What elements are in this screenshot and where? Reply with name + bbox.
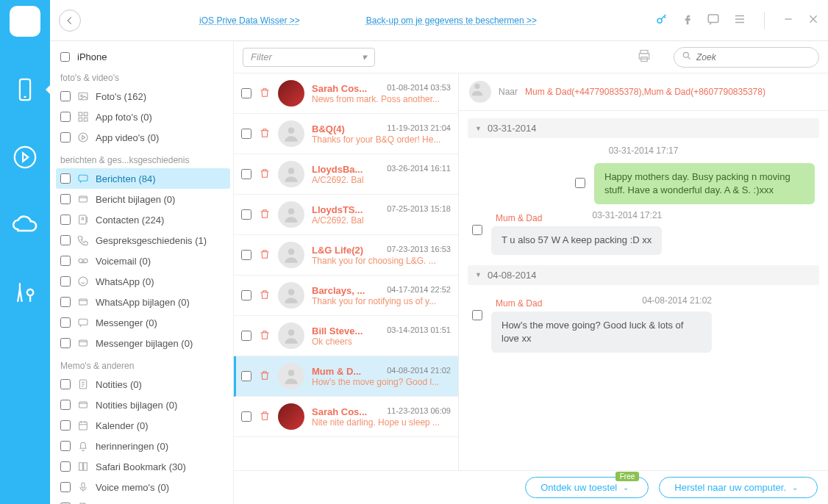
top-link-backup[interactable]: Back-up om je gegevens te beschermen >> xyxy=(366,15,537,26)
note-icon xyxy=(76,378,90,391)
tree-item-label: App foto's (0) xyxy=(96,112,152,123)
thread-checkbox[interactable] xyxy=(241,411,251,422)
key-icon[interactable] xyxy=(655,12,668,28)
back-button[interactable] xyxy=(59,10,81,32)
filter-dropdown[interactable]: Filter ▾ xyxy=(243,48,375,67)
tree-checkbox[interactable] xyxy=(60,132,71,143)
device-checkbox[interactable] xyxy=(60,52,70,62)
close-icon[interactable] xyxy=(807,13,819,27)
tree-item-contacts[interactable]: Contacten (224) xyxy=(56,209,230,230)
tree-checkbox[interactable] xyxy=(60,461,71,472)
thread-item[interactable]: Mum & D... 04-08-2014 21:02 How's the mo… xyxy=(234,356,458,397)
tree-item-safari[interactable]: Safari Bookmark (30) xyxy=(56,456,230,477)
thread-checkbox[interactable] xyxy=(241,209,251,220)
tree-item-messengerAtt[interactable]: Messenger bijlagen (0) xyxy=(56,333,230,353)
message-row: Mum & Dad 04-08-2014 21:02 How's the mov… xyxy=(459,292,828,356)
thread-item[interactable]: LloydsTS... 07-25-2013 15:18 A/C2692. Ba… xyxy=(234,195,458,235)
tree-item-notesAtt[interactable]: Notities bijlagen (0) xyxy=(56,395,230,415)
restore-to-computer-button[interactable]: Herstel naar uw computer. ⌄ xyxy=(659,477,818,498)
thread-checkbox[interactable] xyxy=(241,169,251,179)
tree-checkbox[interactable] xyxy=(60,441,71,451)
thread-item[interactable]: B&Q(4) 11-19-2013 21:04 Thanks for your … xyxy=(234,114,458,154)
tree-item-appVideos[interactable]: App video's (0) xyxy=(56,127,230,148)
trash-icon[interactable] xyxy=(259,410,271,424)
tree-checkbox[interactable] xyxy=(60,420,71,431)
date-divider[interactable]: 04-08-2014 xyxy=(468,265,819,285)
trash-icon[interactable] xyxy=(259,289,271,303)
tree-item-whatsapp[interactable]: WhatsApp (0) xyxy=(56,271,230,292)
tree-checkbox[interactable] xyxy=(60,91,71,101)
thread-checkbox[interactable] xyxy=(241,250,251,260)
tree-checkbox[interactable] xyxy=(60,215,71,225)
tree-checkbox[interactable] xyxy=(60,112,71,122)
search-box[interactable] xyxy=(674,47,819,68)
thread-item[interactable]: Barclays, ... 04-17-2014 22:52 Thank you… xyxy=(234,276,458,316)
tree-checkbox[interactable] xyxy=(60,400,71,410)
thread-checkbox[interactable] xyxy=(241,290,251,300)
tree-item-appPhotos[interactable]: App foto's (0) xyxy=(56,107,230,127)
thread-checkbox[interactable] xyxy=(241,331,251,341)
thread-item[interactable]: Sarah Cos... 01-08-2014 03:53 News from … xyxy=(234,73,458,114)
feedback-icon[interactable] xyxy=(707,12,720,28)
tree-item-msgAtt[interactable]: Bericht bijlagen (0) xyxy=(56,189,230,209)
tree-item-messages[interactable]: Berichten (84) xyxy=(56,168,230,189)
thread-checkbox[interactable] xyxy=(241,129,251,139)
trash-icon[interactable] xyxy=(259,370,271,384)
thread-item[interactable]: Sarah Cos... 11-23-2013 06:09 Nite nite … xyxy=(234,397,458,437)
trash-icon[interactable] xyxy=(259,329,271,343)
top-link-eraser[interactable]: iOS Prive Data Wisser >> xyxy=(199,15,300,26)
minimize-icon[interactable] xyxy=(782,13,794,27)
thread-item[interactable]: L&G Life(2) 07-23-2013 16:53 Thank you f… xyxy=(234,235,458,276)
print-icon[interactable] xyxy=(637,48,652,65)
trash-icon[interactable] xyxy=(259,168,271,181)
tree-checkbox[interactable] xyxy=(60,235,71,245)
trash-icon[interactable] xyxy=(259,87,271,101)
facebook-icon[interactable] xyxy=(682,13,693,27)
device-header[interactable]: iPhone xyxy=(56,48,230,65)
tree-checkbox[interactable] xyxy=(60,297,71,307)
device-name-label: iPhone xyxy=(77,51,107,62)
tree-checkbox[interactable] xyxy=(60,194,71,204)
search-input[interactable] xyxy=(696,52,811,62)
tree-checkbox[interactable] xyxy=(60,173,71,184)
tree-item-notes[interactable]: Notities (0) xyxy=(56,374,230,395)
message-checkbox[interactable] xyxy=(472,225,482,235)
tree-item-voicemail[interactable]: Voicemail (0) xyxy=(56,251,230,271)
tree-item-reminders[interactable]: herinneringen (0) xyxy=(56,436,230,456)
grid-icon xyxy=(76,110,90,123)
tree-item-whatsappAtt[interactable]: WhatsApp bijlagen (0) xyxy=(56,292,230,312)
music-tab-icon[interactable] xyxy=(10,143,40,172)
tree-item-calendar[interactable]: Kalender (0) xyxy=(56,415,230,436)
tree-checkbox[interactable] xyxy=(60,317,71,328)
tree-checkbox[interactable] xyxy=(60,338,71,348)
thread-checkbox[interactable] xyxy=(241,88,251,98)
cloud-tab-icon[interactable] xyxy=(10,210,40,240)
tree-checkbox[interactable] xyxy=(60,482,71,492)
thread-item[interactable]: LloydsBa... 03-26-2014 16:11 A/C2692. Ba… xyxy=(234,154,458,195)
thread-date: 07-23-2013 16:53 xyxy=(387,245,451,256)
thread-date: 11-23-2013 06:09 xyxy=(387,406,451,417)
tree-item-callHist[interactable]: Gespreksgeschiedenis (1) xyxy=(56,230,230,251)
discover-device-button[interactable]: Free Ontdek uw toestel ⌄ xyxy=(525,477,649,498)
tree-checkbox[interactable] xyxy=(60,256,71,266)
msg-icon xyxy=(76,316,90,329)
message-checkbox[interactable] xyxy=(575,178,585,188)
menu-icon[interactable] xyxy=(733,12,746,28)
tree-item-appDoc[interactable]: App Document (0) xyxy=(56,497,230,504)
thread-snippet: How's the move going? Good l... xyxy=(312,377,451,387)
tree-checkbox[interactable] xyxy=(60,379,71,389)
thread-item[interactable]: Bill Steve... 03-14-2013 01:51 Ok cheers xyxy=(234,316,458,356)
tree-item-voiceMemos[interactable]: Voice memo's (0) xyxy=(56,477,230,497)
message-checkbox[interactable] xyxy=(472,310,482,320)
tree-item-messenger[interactable]: Messenger (0) xyxy=(56,312,230,333)
trash-icon[interactable] xyxy=(259,208,271,222)
thread-checkbox[interactable] xyxy=(241,371,251,381)
trash-icon[interactable] xyxy=(259,248,271,262)
date-divider[interactable]: 03-31-2014 xyxy=(468,118,819,138)
device-tab-icon[interactable] xyxy=(10,75,40,104)
svg-rect-13 xyxy=(79,196,88,202)
tree-item-photos[interactable]: Foto's (162) xyxy=(56,86,230,107)
tools-tab-icon[interactable] xyxy=(10,278,40,307)
trash-icon[interactable] xyxy=(259,127,271,141)
tree-checkbox[interactable] xyxy=(60,276,71,287)
